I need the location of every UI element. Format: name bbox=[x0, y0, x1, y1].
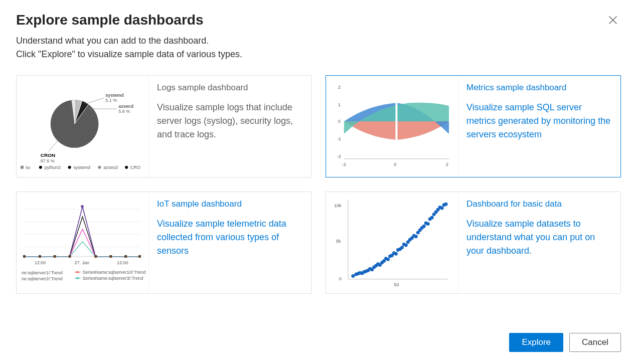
card-iot[interactable]: 12:00 27. Jan 12:00 ne:sqlserver1/:Trend… bbox=[16, 192, 311, 294]
svg-text:0: 0 bbox=[394, 162, 396, 167]
svg-point-90 bbox=[400, 246, 404, 249]
svg-point-21 bbox=[98, 166, 101, 169]
svg-text:SeriesName:sqlserver10/:Trend: SeriesName:sqlserver10/:Trend bbox=[83, 270, 146, 275]
svg-point-83 bbox=[386, 258, 390, 261]
card-basic[interactable]: 10k 5k 0 50 Dashboard for basic data Vis… bbox=[326, 192, 621, 294]
svg-rect-44 bbox=[81, 205, 84, 208]
cancel-button[interactable]: Cancel bbox=[569, 333, 621, 352]
card-metrics-thumbnail: 2 1 0 -1 -2 -2 0 2 bbox=[326, 76, 458, 177]
svg-text:50: 50 bbox=[394, 282, 399, 287]
card-iot-thumbnail: 12:00 27. Jan 12:00 ne:sqlserver1/:Trend… bbox=[17, 192, 149, 293]
dashboard-cards-grid: systemd 5.1 % azsecd 5.6 % CRON 87.6 % s… bbox=[16, 75, 621, 294]
svg-point-105 bbox=[430, 216, 434, 220]
close-icon bbox=[608, 15, 618, 25]
svg-text:1: 1 bbox=[338, 102, 341, 107]
svg-text:-2: -2 bbox=[342, 162, 346, 167]
svg-point-112 bbox=[444, 203, 448, 206]
page-title: Explore sample dashboards bbox=[16, 12, 242, 28]
svg-text:10k: 10k bbox=[334, 203, 342, 208]
svg-rect-48 bbox=[138, 255, 141, 258]
svg-rect-47 bbox=[124, 255, 127, 258]
card-logs-desc: Visualize sample logs that include serve… bbox=[157, 101, 302, 141]
svg-text:5.6 %: 5.6 % bbox=[118, 109, 130, 114]
svg-text:ne:sqlserver1/:Trend: ne:sqlserver1/:Trend bbox=[22, 270, 63, 275]
svg-point-87 bbox=[394, 252, 398, 256]
svg-rect-40 bbox=[23, 255, 26, 258]
svg-text:python3: python3 bbox=[45, 165, 61, 170]
card-metrics[interactable]: 2 1 0 -1 -2 -2 0 2 Metrics sample dashbo… bbox=[326, 75, 621, 177]
dialog-button-row: Explore Cancel bbox=[509, 333, 621, 352]
close-button[interactable] bbox=[605, 12, 621, 30]
svg-text:systemd: systemd bbox=[74, 165, 90, 170]
svg-point-101 bbox=[422, 225, 426, 228]
svg-text:SeriesName:sqlserver3/:Trend: SeriesName:sqlserver3/:Trend bbox=[83, 276, 143, 281]
svg-text:-1: -1 bbox=[337, 136, 341, 141]
svg-point-23 bbox=[125, 166, 128, 169]
card-basic-desc: Visualize sample datasets to understand … bbox=[466, 217, 611, 258]
svg-point-66 bbox=[351, 274, 355, 278]
svg-point-19 bbox=[68, 166, 71, 169]
svg-text:systemd: systemd bbox=[105, 93, 123, 98]
card-iot-desc: Visualize sample telemetric data collect… bbox=[157, 217, 302, 258]
card-logs-title: Logs sample dashboard bbox=[157, 83, 302, 93]
card-basic-title: Dashboard for basic data bbox=[466, 199, 611, 209]
svg-text:su: su bbox=[26, 165, 30, 170]
svg-rect-42 bbox=[54, 255, 56, 258]
svg-text:azsecd: azsecd bbox=[103, 165, 117, 170]
svg-text:12:00: 12:00 bbox=[117, 260, 128, 265]
svg-text:2: 2 bbox=[338, 85, 341, 90]
svg-text:5k: 5k bbox=[336, 239, 341, 244]
explore-button[interactable]: Explore bbox=[509, 333, 563, 352]
card-metrics-title: Metrics sample dashboard bbox=[466, 83, 611, 93]
svg-rect-55 bbox=[77, 271, 79, 273]
svg-text:12:00: 12:00 bbox=[35, 260, 46, 265]
svg-text:87.6 %: 87.6 % bbox=[41, 158, 55, 163]
svg-point-103 bbox=[426, 222, 430, 226]
svg-rect-41 bbox=[39, 255, 41, 258]
svg-point-17 bbox=[39, 166, 42, 169]
svg-text:ne:sqlserver2/:Trend: ne:sqlserver2/:Trend bbox=[22, 276, 63, 281]
svg-rect-58 bbox=[77, 277, 79, 279]
svg-text:5.1 %: 5.1 % bbox=[105, 98, 117, 103]
svg-rect-45 bbox=[94, 255, 97, 258]
card-basic-thumbnail: 10k 5k 0 50 bbox=[326, 192, 458, 293]
card-logs[interactable]: systemd 5.1 % azsecd 5.6 % CRON 87.6 % s… bbox=[16, 75, 311, 177]
svg-text:-2: -2 bbox=[337, 154, 341, 159]
svg-text:2: 2 bbox=[446, 162, 448, 167]
svg-line-12 bbox=[49, 140, 59, 151]
page-subtitle-line2: Click "Explore" to visualize sample data… bbox=[16, 48, 242, 61]
svg-text:0: 0 bbox=[339, 276, 342, 281]
svg-text:CRON: CRON bbox=[41, 152, 55, 158]
svg-point-110 bbox=[440, 207, 444, 210]
card-metrics-desc: Visualize sample SQL server metrics gene… bbox=[466, 101, 611, 141]
svg-rect-43 bbox=[69, 255, 71, 258]
svg-point-92 bbox=[404, 244, 408, 247]
svg-line-6 bbox=[85, 98, 104, 104]
svg-text:CRO: CRO bbox=[130, 165, 140, 170]
svg-rect-46 bbox=[109, 255, 112, 258]
card-iot-title: IoT sample dashboard bbox=[157, 199, 302, 209]
svg-rect-15 bbox=[21, 166, 24, 169]
svg-point-97 bbox=[414, 235, 418, 238]
svg-text:27. Jan: 27. Jan bbox=[75, 260, 89, 265]
svg-text:azsecd: azsecd bbox=[118, 104, 133, 109]
card-logs-thumbnail: systemd 5.1 % azsecd 5.6 % CRON 87.6 % s… bbox=[17, 76, 149, 177]
page-subtitle-line1: Understand what you can add to the dashb… bbox=[16, 34, 242, 48]
svg-text:0: 0 bbox=[338, 119, 341, 124]
